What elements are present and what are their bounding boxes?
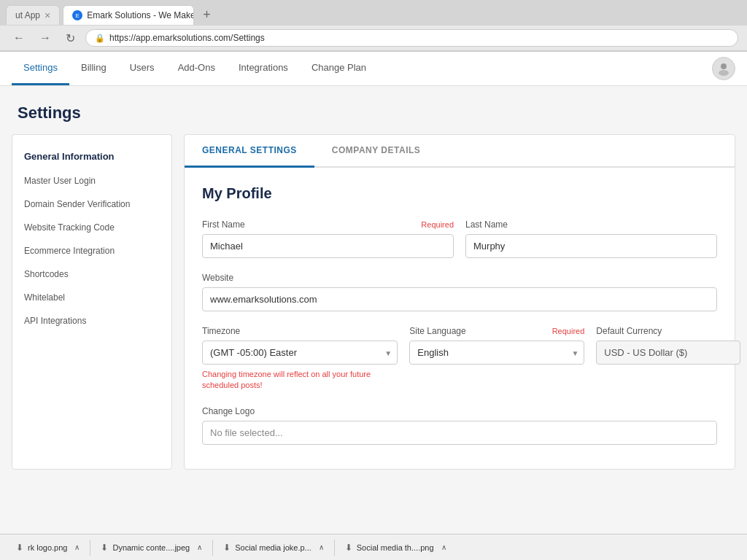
sidebar-section-title: General Information: [12, 144, 171, 169]
bottom-item-1-label: rk logo.png: [28, 543, 67, 552]
bottom-item-1[interactable]: ⬇ rk logo.png ∧: [6, 540, 90, 552]
website-group: Website: [202, 273, 717, 311]
language-select-wrapper: English ▼: [409, 341, 584, 365]
sidebar-item-shortcodes[interactable]: Shortcodes: [12, 262, 171, 286]
main-content: GENERAL SETTINGS COMPANY DETAILS My Prof…: [184, 134, 735, 470]
last-name-label-row: Last Name: [465, 219, 717, 230]
content-area: General Information Master User Login Do…: [0, 134, 747, 481]
address-bar: ← → ↻ 🔒 https://app.emarksolutions.com/S…: [0, 26, 747, 51]
language-label: Site Language: [409, 326, 465, 336]
new-tab-button[interactable]: +: [197, 4, 217, 26]
page-title: Settings: [0, 86, 747, 134]
avatar[interactable]: [712, 57, 735, 80]
bottom-item-4[interactable]: ⬇ Social media th....png ∧: [335, 540, 457, 552]
url-text: https://app.emarksolutions.com/Settings: [109, 33, 265, 43]
bottom-item-4-label: Social media th....png: [357, 543, 434, 552]
currency-label: Default Currency: [596, 326, 662, 336]
app-nav: Settings Billing Users Add-Ons Integrati…: [0, 52, 747, 86]
currency-display: USD - US Dollar ($): [596, 341, 740, 365]
sidebar-item-whitelabel[interactable]: Whitelabel: [12, 286, 171, 309]
first-name-input[interactable]: [202, 234, 454, 258]
download-icon-1: ⬇: [16, 542, 23, 552]
bottom-item-2-label: Dynamic conte....jpeg: [112, 543, 190, 552]
bottom-bar: ⬇ rk logo.png ∧ ⬇ Dynamic conte....jpeg …: [0, 534, 747, 551]
website-label: Website: [202, 273, 233, 283]
bottom-chevron-4: ∧: [441, 543, 446, 551]
timezone-label: Timezone: [202, 326, 240, 336]
language-required: Required: [552, 327, 585, 335]
currency-label-row: Default Currency: [596, 326, 740, 336]
website-label-row: Website: [202, 273, 717, 283]
bottom-item-3[interactable]: ⬇ Social media joke.p... ∧: [213, 540, 335, 552]
first-name-label-row: First Name Required: [202, 219, 454, 230]
page-container: Settings General Information Master User…: [0, 86, 747, 551]
tab-2-favicon: E: [72, 10, 82, 20]
timezone-warning: Changing timezone will reflect on all yo…: [202, 369, 398, 392]
download-icon-4: ⬇: [345, 542, 352, 552]
nav-users[interactable]: Users: [118, 52, 166, 85]
sidebar-item-master-user[interactable]: Master User Login: [12, 169, 171, 192]
tab-2-title: Emark Solutions - We Make Di...: [87, 10, 194, 20]
bottom-chevron-2: ∧: [197, 543, 202, 551]
nav-integrations[interactable]: Integrations: [227, 52, 300, 85]
download-icon-3: ⬇: [223, 542, 231, 552]
three-col-row: Timezone (GMT -05:00) Easter ▼ Changing …: [202, 326, 717, 392]
general-settings-content: My Profile First Name Required Last Name: [185, 168, 735, 462]
name-row: First Name Required Last Name: [202, 219, 717, 258]
bottom-item-3-label: Social media joke.p...: [235, 543, 311, 552]
sidebar-item-website-tracking[interactable]: Website Tracking Code: [12, 216, 171, 239]
nav-billing[interactable]: Billing: [69, 52, 118, 85]
nav-settings[interactable]: Settings: [12, 52, 69, 85]
sidebar-item-domain-sender[interactable]: Domain Sender Verification: [12, 192, 171, 216]
nav-change-plan[interactable]: Change Plan: [300, 52, 378, 85]
nav-addons[interactable]: Add-Ons: [166, 52, 227, 85]
browser-chrome: ut App × E Emark Solutions - We Make Di.…: [0, 0, 747, 52]
last-name-label: Last Name: [465, 219, 508, 230]
currency-group: Default Currency USD - US Dollar ($): [596, 326, 740, 392]
svg-point-1: [719, 70, 729, 76]
logo-section: Change Logo No file selected...: [202, 406, 717, 445]
last-name-input[interactable]: [465, 234, 717, 258]
sidebar: General Information Master User Login Do…: [12, 134, 172, 470]
profile-title: My Profile: [202, 185, 717, 202]
tab-2[interactable]: E Emark Solutions - We Make Di... ×: [63, 5, 194, 25]
bottom-chevron-3: ∧: [319, 543, 324, 551]
timezone-group: Timezone (GMT -05:00) Easter ▼ Changing …: [202, 326, 398, 392]
svg-point-0: [721, 63, 727, 69]
logo-file-input[interactable]: No file selected...: [202, 421, 717, 445]
tab-company-details[interactable]: COMPANY DETAILS: [314, 135, 438, 168]
tab-general-settings[interactable]: GENERAL SETTINGS: [185, 135, 314, 168]
back-button[interactable]: ←: [9, 30, 29, 46]
logo-label: Change Logo: [202, 406, 717, 416]
url-bar[interactable]: 🔒 https://app.emarksolutions.com/Setting…: [85, 29, 738, 47]
tabs-header: GENERAL SETTINGS COMPANY DETAILS: [185, 135, 735, 168]
sidebar-item-ecommerce[interactable]: Ecommerce Integration: [12, 239, 171, 262]
language-label-row: Site Language Required: [409, 326, 584, 336]
forward-button[interactable]: →: [35, 30, 55, 46]
reload-button[interactable]: ↻: [61, 30, 80, 47]
tab-1-close[interactable]: ×: [44, 10, 50, 20]
timezone-select-wrapper: (GMT -05:00) Easter ▼: [202, 341, 398, 365]
timezone-label-row: Timezone: [202, 326, 398, 336]
tab-1[interactable]: ut App ×: [6, 5, 60, 25]
last-name-group: Last Name: [465, 219, 717, 258]
website-input[interactable]: [202, 287, 717, 311]
tab-1-title: ut App: [15, 10, 40, 20]
tab-bar: ut App × E Emark Solutions - We Make Di.…: [0, 0, 747, 26]
bottom-chevron-1: ∧: [74, 543, 80, 551]
lock-icon: 🔒: [95, 34, 105, 43]
bottom-item-2[interactable]: ⬇ Dynamic conte....jpeg ∧: [90, 540, 213, 552]
first-name-group: First Name Required: [202, 219, 454, 258]
language-select[interactable]: English: [409, 341, 584, 365]
download-icon-2: ⬇: [101, 542, 108, 552]
first-name-required: Required: [421, 220, 454, 229]
timezone-select[interactable]: (GMT -05:00) Easter: [202, 341, 398, 365]
first-name-label: First Name: [202, 219, 245, 230]
language-group: Site Language Required English ▼: [409, 326, 584, 392]
sidebar-item-api[interactable]: API Integrations: [12, 309, 171, 332]
